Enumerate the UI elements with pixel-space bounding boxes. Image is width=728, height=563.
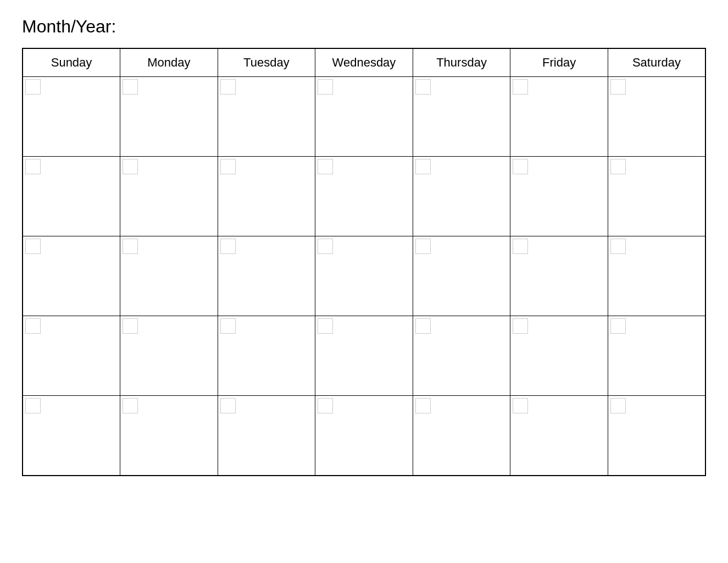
cell-w3-wed[interactable] (315, 236, 413, 316)
calendar-header-row: Sunday Monday Tuesday Wednesday Thursday… (23, 48, 705, 77)
date-box (610, 398, 626, 413)
cell-w2-thu[interactable] (413, 157, 510, 236)
date-box (25, 239, 41, 254)
date-box (610, 318, 626, 334)
date-box (220, 79, 236, 95)
cell-w3-tue[interactable] (218, 236, 315, 316)
cell-w5-sat[interactable] (608, 396, 705, 476)
date-box (513, 159, 528, 174)
date-box (123, 398, 138, 413)
cell-w2-tue[interactable] (218, 157, 315, 236)
cell-w5-sun[interactable] (23, 396, 120, 476)
date-box (610, 159, 626, 174)
cell-w2-sun[interactable] (23, 157, 120, 236)
calendar-week-1 (23, 77, 705, 157)
calendar-week-4 (23, 316, 705, 396)
header-monday: Monday (120, 48, 218, 77)
calendar-grid: Sunday Monday Tuesday Wednesday Thursday… (22, 48, 706, 476)
header-friday: Friday (510, 48, 608, 77)
cell-w2-fri[interactable] (510, 157, 608, 236)
cell-w4-sat[interactable] (608, 316, 705, 396)
date-box (610, 239, 626, 254)
cell-w3-sat[interactable] (608, 236, 705, 316)
header-sunday: Sunday (23, 48, 120, 77)
cell-w1-mon[interactable] (120, 77, 218, 157)
header-tuesday: Tuesday (218, 48, 315, 77)
cell-w1-sat[interactable] (608, 77, 705, 157)
date-box (610, 79, 626, 95)
cell-w5-fri[interactable] (510, 396, 608, 476)
cell-w4-wed[interactable] (315, 316, 413, 396)
cell-w5-mon[interactable] (120, 396, 218, 476)
date-box (318, 318, 333, 334)
cell-w4-sun[interactable] (23, 316, 120, 396)
date-box (415, 239, 431, 254)
date-box (415, 318, 431, 334)
cell-w4-thu[interactable] (413, 316, 510, 396)
cell-w2-sat[interactable] (608, 157, 705, 236)
date-box (415, 79, 431, 95)
date-box (123, 159, 138, 174)
date-box (123, 79, 138, 95)
header-thursday: Thursday (413, 48, 510, 77)
date-box (25, 318, 41, 334)
cell-w3-sun[interactable] (23, 236, 120, 316)
calendar-week-2 (23, 157, 705, 236)
cell-w1-wed[interactable] (315, 77, 413, 157)
date-box (123, 318, 138, 334)
cell-w4-mon[interactable] (120, 316, 218, 396)
date-box (318, 159, 333, 174)
date-box (220, 159, 236, 174)
date-box (25, 159, 41, 174)
date-box (123, 239, 138, 254)
date-box (415, 398, 431, 413)
date-box (220, 398, 236, 413)
header-wednesday: Wednesday (315, 48, 413, 77)
date-box (220, 239, 236, 254)
cell-w3-thu[interactable] (413, 236, 510, 316)
date-box (318, 398, 333, 413)
date-box (513, 318, 528, 334)
cell-w2-wed[interactable] (315, 157, 413, 236)
cell-w5-thu[interactable] (413, 396, 510, 476)
date-box (220, 318, 236, 334)
date-box (513, 239, 528, 254)
cell-w4-tue[interactable] (218, 316, 315, 396)
date-box (415, 159, 431, 174)
date-box (318, 239, 333, 254)
cell-w1-tue[interactable] (218, 77, 315, 157)
cell-w1-fri[interactable] (510, 77, 608, 157)
page-title: Month/Year: (22, 16, 706, 37)
cell-w5-wed[interactable] (315, 396, 413, 476)
date-box (318, 79, 333, 95)
calendar-week-5 (23, 396, 705, 476)
calendar-week-3 (23, 236, 705, 316)
cell-w2-mon[interactable] (120, 157, 218, 236)
date-box (25, 79, 41, 95)
cell-w3-mon[interactable] (120, 236, 218, 316)
cell-w1-sun[interactable] (23, 77, 120, 157)
cell-w5-tue[interactable] (218, 396, 315, 476)
cell-w4-fri[interactable] (510, 316, 608, 396)
cell-w1-thu[interactable] (413, 77, 510, 157)
cell-w3-fri[interactable] (510, 236, 608, 316)
date-box (513, 398, 528, 413)
header-saturday: Saturday (608, 48, 705, 77)
date-box (513, 79, 528, 95)
date-box (25, 398, 41, 413)
